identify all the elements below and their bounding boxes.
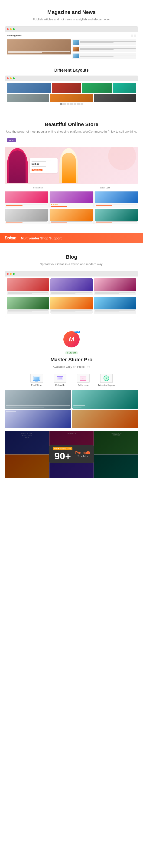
- page-rect-1[interactable]: [60, 103, 62, 105]
- monitor-screen: [34, 377, 39, 380]
- blog-line-3: [95, 292, 135, 293]
- cotton-label-2: Cotton Light: [100, 187, 110, 189]
- news-line-3: [80, 55, 136, 55]
- blog-dot-yellow: [10, 273, 11, 275]
- animated-icon-box: ✦: [100, 374, 113, 383]
- blog-line-2s: [51, 293, 76, 294]
- fullwidth-label: Fullwidth: [51, 384, 69, 386]
- layout-row-1: [7, 83, 136, 93]
- templates-badge: ★★★ Exclusive 90+ Pre-built Templates: [49, 445, 94, 463]
- templates-count: 90+: [53, 451, 73, 461]
- magazine-browser-mockup: Trending News ‹ ›: [5, 26, 138, 62]
- blog-info-4: [7, 309, 49, 314]
- news-line: [80, 41, 136, 42]
- blog-info-5: [50, 309, 93, 314]
- magazine-subtitle: Publish articles and hot news in a styli…: [5, 17, 138, 22]
- blog-line-1: [8, 292, 48, 293]
- product-btn[interactable]: Add to Cart: [32, 169, 42, 171]
- stars-row: ★ ★ ★ ★: [51, 204, 92, 206]
- layout-item-4: [113, 83, 136, 93]
- model-shape: [9, 150, 26, 183]
- product-name-3: [96, 204, 137, 205]
- trending-label: Trending News: [7, 34, 22, 37]
- news-item-featured: [7, 39, 71, 55]
- nav-prev[interactable]: ‹: [131, 34, 133, 37]
- laptop-screen: [58, 377, 62, 379]
- section-store: Beautiful Online Store Use the power of …: [0, 115, 143, 231]
- page-rect-7[interactable]: [81, 103, 83, 105]
- fullwidth-icon-box: [54, 374, 66, 383]
- sp2-line-2: [74, 407, 82, 407]
- sp2-overlay: [74, 405, 85, 407]
- page-rect-4[interactable]: [70, 103, 73, 105]
- blog-img-4: [7, 297, 49, 309]
- news-thumb-1: [73, 40, 79, 45]
- product-name-6: [96, 221, 137, 222]
- fullscreen-label: Fullscreen: [74, 384, 92, 386]
- templates-overlay: ★★★ Exclusive 90+ Pre-built Templates: [5, 431, 138, 478]
- sp4-overlay: [72, 410, 139, 428]
- product-name-5: [51, 221, 92, 222]
- product-price-line-6: [96, 222, 112, 223]
- star-4: ★: [56, 204, 58, 206]
- blog-dot-green: [13, 273, 15, 275]
- layouts-browser-bar: [5, 76, 138, 81]
- page-rect-2[interactable]: [63, 103, 66, 105]
- templates-main-text: Pre-built: [75, 451, 90, 455]
- product-card-5: [50, 209, 93, 224]
- nav-next[interactable]: ›: [134, 34, 136, 37]
- store-model-right: [59, 148, 78, 183]
- cotton-labels-row: Cotton Red Cotton Light: [5, 186, 138, 189]
- trending-nav: ‹ ›: [131, 34, 136, 37]
- store-subtitle: Use the power of most popular online sho…: [5, 129, 138, 134]
- page-rect-6[interactable]: [77, 103, 80, 105]
- layout-item-5: [7, 94, 49, 102]
- blog-line-3s: [95, 293, 119, 294]
- dokan-text: Multivendor Shop Support: [21, 237, 62, 240]
- cotton-label-1: Cotton Red: [33, 187, 42, 189]
- slider-preview-1: [5, 390, 71, 409]
- layout-row-2: [7, 94, 136, 102]
- blog-line-5: [51, 310, 92, 311]
- slider-preview-3: [5, 410, 71, 428]
- product-price: $68.00: [32, 162, 56, 165]
- slider-logo: M NEW: [63, 331, 80, 347]
- divider-3: [5, 323, 138, 323]
- news-text-3: [80, 55, 136, 57]
- blog-subtitle: Spread your ideas in a stylish and moder…: [5, 262, 138, 267]
- blog-browser-mockup: [5, 271, 138, 317]
- news-text-2: [80, 48, 136, 50]
- product-img-4: [5, 209, 48, 221]
- product-price-line-3: [96, 205, 112, 206]
- section-magazine: Magazine and News Publish articles and h…: [0, 0, 143, 112]
- magazine-title: Magazine and News: [5, 9, 138, 15]
- slider-logo-letter: M: [69, 336, 74, 343]
- templates-count-col: ★★★ Exclusive 90+: [53, 447, 73, 461]
- templates-info: Pre-built Templates: [75, 451, 90, 458]
- trending-header: Trending News ‹ ›: [7, 34, 136, 38]
- slider-feature-fullwidth: Fullwidth: [51, 374, 69, 386]
- blog-title: Blog: [5, 254, 138, 260]
- slider-new-badge: NEW: [75, 331, 80, 333]
- slider-feature-post: Post Slider: [27, 374, 46, 386]
- page-rect-5[interactable]: [74, 103, 76, 105]
- slider-features: Post Slider Fullwidth ⤢ Fullscreen ✦: [5, 374, 138, 386]
- page-rect-3[interactable]: [67, 103, 69, 105]
- sp3-line-1: [6, 411, 16, 412]
- slider-feature-animated: ✦ Animated Layers: [97, 374, 116, 386]
- layouts-dot-yellow: [10, 78, 11, 79]
- news-item-small-3: [72, 53, 137, 59]
- product-info-3: [95, 203, 138, 206]
- product-text-1: [32, 160, 51, 160]
- animated-layers-label: Animated Layers: [97, 384, 116, 386]
- animation-icon: ✦: [104, 375, 109, 381]
- slider-preview-4: [72, 410, 139, 428]
- browser-bar: [5, 27, 138, 32]
- slider-preview-2: [72, 390, 139, 409]
- post-slider-label: Post Slider: [27, 384, 46, 386]
- blog-line-1s: [8, 293, 32, 294]
- divider-2: [5, 246, 138, 246]
- blog-content: [5, 277, 138, 317]
- pagination-row: [7, 103, 136, 105]
- dokan-banner: Dokan Multivendor Shop Support: [0, 233, 143, 243]
